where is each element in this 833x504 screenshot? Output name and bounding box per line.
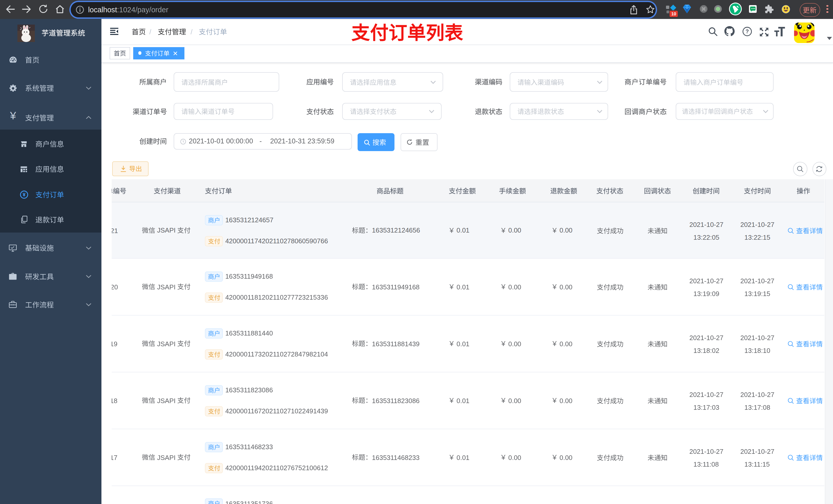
svg-text:?: ? xyxy=(745,28,749,34)
